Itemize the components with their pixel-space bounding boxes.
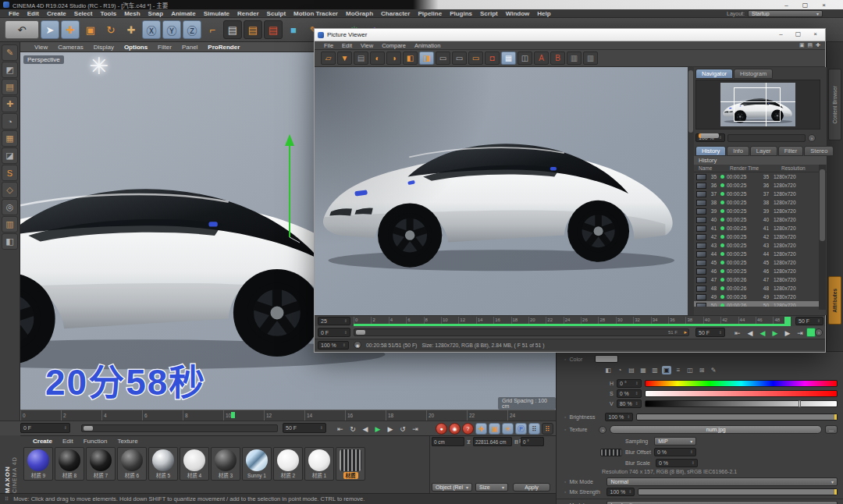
history-row[interactable]: 42 00:00:25 42 1280x720 xyxy=(694,232,819,241)
pv-menu-item[interactable]: View xyxy=(361,42,373,49)
color-mode-icon[interactable]: ⊞ xyxy=(697,366,706,374)
playback-button[interactable]: ⇥ xyxy=(409,423,422,435)
toolbar-icon[interactable]: ⌐ xyxy=(203,20,222,39)
material-menu-item[interactable]: Edit xyxy=(62,438,73,445)
info-tab[interactable]: Layer xyxy=(750,146,777,156)
layout-dropdown[interactable]: Startup ▾ xyxy=(748,10,823,17)
menu-item[interactable]: MoGraph xyxy=(342,10,377,17)
texture-browse-button[interactable]: ... xyxy=(825,425,838,434)
pv-toolbar-icon[interactable]: ◫ xyxy=(518,51,532,65)
menu-item[interactable]: Pipeline xyxy=(414,10,446,17)
nav-tab[interactable]: Histogram xyxy=(734,69,773,79)
menu-item[interactable]: Script xyxy=(476,10,502,17)
pv-playback-button[interactable]: ▶ xyxy=(769,327,781,339)
menu-item[interactable]: Render xyxy=(233,10,263,17)
pv-toolbar-icon[interactable]: A xyxy=(534,51,549,65)
pv-toolbar-icon[interactable]: ◘ xyxy=(485,51,500,65)
timeline-marker[interactable] xyxy=(231,412,235,418)
palette-icon[interactable]: ✎ xyxy=(2,44,18,61)
viewport-menu-item[interactable]: Display xyxy=(94,44,114,51)
maximize-button[interactable]: ▢ xyxy=(802,2,809,9)
color-mode-icon[interactable]: ✎ xyxy=(709,366,718,374)
palette-icon[interactable]: ✚ xyxy=(2,96,18,112)
history-row[interactable]: 46 00:00:25 46 1280x720 xyxy=(694,267,819,275)
pv-toolbar-icon[interactable]: ▭ xyxy=(452,51,467,65)
minimize-button[interactable]: – xyxy=(784,2,788,9)
pv-corner-icon[interactable]: ✚ xyxy=(816,42,820,48)
stepper-icon[interactable]: ⇕ xyxy=(64,424,67,432)
toggle-icon[interactable]: ◦ xyxy=(564,479,566,484)
toolbar-icon[interactable]: ▣ xyxy=(81,20,100,39)
keyframe-button[interactable]: ◉ xyxy=(449,423,461,435)
scrubber-handle[interactable] xyxy=(84,426,93,431)
info-tab[interactable]: Info xyxy=(727,146,749,156)
palette-icon[interactable]: S xyxy=(2,165,18,181)
pv-toolbar-icon[interactable]: ◑ xyxy=(386,51,401,65)
toolbar-icon[interactable]: Ⓨ xyxy=(162,20,181,39)
color-mode-icon[interactable]: ≡ xyxy=(674,366,683,374)
viewport-menu-item[interactable]: Panel xyxy=(182,44,197,51)
material-tile[interactable]: Sunny 1 xyxy=(242,447,272,481)
stepper-icon[interactable]: ⇕ xyxy=(344,317,347,325)
navigator-preview[interactable] xyxy=(695,80,820,130)
menu-item[interactable]: Motion Tracker xyxy=(290,10,342,17)
pv-toolbar-icon[interactable]: ▥ xyxy=(583,51,598,65)
pv-playback-button[interactable]: ▶ xyxy=(781,327,794,339)
hue-field[interactable]: 0 °⇕ xyxy=(617,379,642,388)
keyframe-button[interactable]: ▣ xyxy=(489,423,500,435)
color-mode-icon[interactable]: ◫ xyxy=(685,366,695,374)
history-row[interactable]: 36 00:00:25 36 1280x720 xyxy=(694,181,819,190)
history-row[interactable]: 50 00:00:26 50 1280x720 xyxy=(694,301,819,307)
zoom-slider[interactable] xyxy=(727,134,806,142)
apply-button[interactable]: Apply xyxy=(513,483,550,492)
menu-item[interactable]: Plugins xyxy=(446,10,476,17)
stepper-icon[interactable]: ⇕ xyxy=(320,424,323,432)
pv-playback-button[interactable]: ⇤ xyxy=(731,327,744,339)
menu-item[interactable]: Snap xyxy=(144,10,168,17)
scrollbar-thumb[interactable] xyxy=(688,70,693,133)
pv-toolbar-icon[interactable]: ▼ xyxy=(337,51,352,65)
pv-playback-button[interactable]: ⇥ xyxy=(794,327,806,339)
material-menu-item[interactable]: Texture xyxy=(117,438,137,445)
material-menu-item[interactable]: Create xyxy=(33,438,52,445)
playback-button[interactable]: ↻ xyxy=(347,423,359,435)
toggle-icon[interactable]: ◦ xyxy=(564,489,566,495)
mix-mode-dropdown[interactable]: Normal▾ xyxy=(606,477,838,486)
history-scrollbar[interactable] xyxy=(819,165,826,310)
pv-options-icon[interactable]: › xyxy=(815,328,823,336)
pv-menu-item[interactable]: Compare xyxy=(382,42,406,49)
material-tile[interactable]: 材质 5 xyxy=(148,447,178,481)
attributes-tab[interactable]: Attributes xyxy=(828,276,841,325)
texture-preview-thumbnail[interactable] xyxy=(600,449,622,456)
content-browser-tab[interactable]: Content Browser xyxy=(828,69,841,140)
menu-item[interactable]: Simulate xyxy=(200,10,233,17)
material-tile[interactable]: 材质 8 xyxy=(55,447,84,481)
pv-status-zoom-field[interactable]: 100 %⇕ xyxy=(318,341,349,350)
pv-menu-item[interactable]: Animation xyxy=(414,42,440,49)
blur-scale-field[interactable]: 0 %⇕ xyxy=(656,459,698,467)
menu-item[interactable]: Animate xyxy=(167,10,200,17)
blur-offset-field[interactable]: 0 %⇕ xyxy=(654,448,696,456)
picture-viewer-titlebar[interactable]: Picture Viewer – ▢ × xyxy=(315,29,825,41)
value-slider-handle[interactable] xyxy=(799,400,801,407)
history-row[interactable]: 38 00:00:25 38 1280x720 xyxy=(694,198,819,207)
saturation-slider[interactable] xyxy=(645,390,838,397)
palette-icon[interactable]: ◪ xyxy=(2,147,18,164)
material-tile[interactable]: 材质 3 xyxy=(211,447,240,481)
material-tile[interactable]: 材质 4 xyxy=(180,447,209,481)
value-slider[interactable] xyxy=(645,400,838,407)
pv-toolbar-icon[interactable]: ▭ xyxy=(468,51,483,65)
model-dropdown[interactable]: Lambertian▾ xyxy=(606,501,838,504)
scrollbar-thumb[interactable] xyxy=(820,169,825,241)
menu-item[interactable]: Create xyxy=(43,10,70,17)
toolbar-icon[interactable]: ✚ xyxy=(122,20,140,39)
pv-close-button[interactable]: × xyxy=(813,30,817,37)
playback-button[interactable]: ◀ xyxy=(359,423,372,435)
keyframe-button[interactable]: ⠿ xyxy=(542,423,553,435)
toolbar-icon[interactable]: ■ xyxy=(284,20,303,39)
pv-toolbar-icon[interactable]: ▥ xyxy=(567,51,582,65)
size-mode-dropdown[interactable]: Size▾ xyxy=(475,483,508,492)
toolbar-icon[interactable]: Ⓧ xyxy=(142,20,161,39)
color-swatch[interactable] xyxy=(595,355,618,363)
pv-total-frame-field[interactable]: 50 F⇕ xyxy=(695,328,725,337)
